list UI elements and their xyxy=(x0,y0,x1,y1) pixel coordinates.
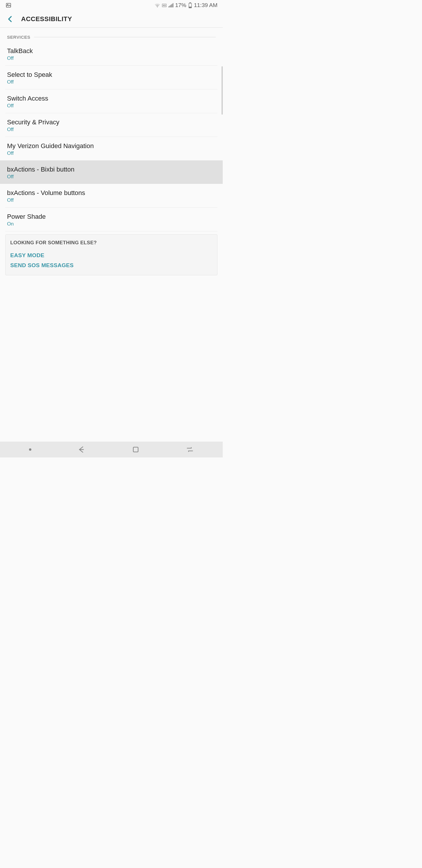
content-area: SERVICES TalkBackOffSelect to SpeakOffSw… xyxy=(0,28,223,275)
item-title: Security & Privacy xyxy=(7,119,216,126)
app-bar: ACCESSIBILITY xyxy=(0,10,223,28)
list-item[interactable]: Security & PrivacyOff xyxy=(0,113,223,137)
item-status: Off xyxy=(7,174,216,180)
svg-rect-10 xyxy=(133,447,138,452)
list-item[interactable]: bxActions - Volume buttonsOff xyxy=(0,184,223,207)
item-title: Power Shade xyxy=(7,213,216,220)
svg-rect-5 xyxy=(171,4,172,8)
battery-icon xyxy=(188,2,192,8)
item-title: Switch Access xyxy=(7,95,216,102)
item-title: TalkBack xyxy=(7,47,216,55)
list-item[interactable]: Power ShadeOn xyxy=(0,208,223,231)
clock: 11:39 AM xyxy=(194,2,218,8)
svg-rect-9 xyxy=(189,7,191,8)
back-button[interactable] xyxy=(6,15,14,23)
page-title: ACCESSIBILITY xyxy=(21,15,72,23)
item-title: My Verizon Guided Navigation xyxy=(7,142,216,150)
lte-indicator: 4G xyxy=(162,4,166,7)
list-item[interactable]: Switch AccessOff xyxy=(0,89,223,113)
item-status: Off xyxy=(7,150,216,156)
nav-indicator-dot xyxy=(29,448,31,451)
svg-rect-4 xyxy=(170,5,171,7)
battery-percent: 17% xyxy=(175,2,186,8)
list-item[interactable]: bxActions - Bixbi buttonOff xyxy=(0,160,223,184)
related-settings-box: LOOKING FOR SOMETHING ELSE? EASY MODESEN… xyxy=(5,234,218,275)
item-title: bxActions - Volume buttons xyxy=(7,189,216,197)
list-item[interactable]: Select to SpeakOff xyxy=(0,66,223,89)
related-title: LOOKING FOR SOMETHING ELSE? xyxy=(10,240,213,246)
svg-rect-2 xyxy=(168,6,169,8)
status-bar: 4G 17% 11:39 AM xyxy=(0,0,223,10)
scrollbar-thumb[interactable] xyxy=(222,66,223,115)
item-status: On xyxy=(7,221,216,227)
nav-back-icon[interactable] xyxy=(77,445,86,454)
scrollbar[interactable] xyxy=(222,66,223,115)
section-label: SERVICES xyxy=(7,35,30,39)
gallery-icon xyxy=(5,2,12,8)
svg-point-1 xyxy=(7,4,8,5)
svg-rect-8 xyxy=(190,3,191,3)
item-divider xyxy=(5,231,218,231)
list-item[interactable]: TalkBackOff xyxy=(0,42,223,65)
nav-home-icon[interactable] xyxy=(132,445,140,454)
section-divider-line xyxy=(34,37,216,37)
item-status: Off xyxy=(7,103,216,109)
svg-rect-3 xyxy=(169,6,170,7)
nav-recents-icon[interactable] xyxy=(186,445,194,454)
list-item[interactable]: My Verizon Guided NavigationOff xyxy=(0,137,223,160)
status-left xyxy=(5,2,12,8)
item-status: Off xyxy=(7,55,216,61)
item-title: bxActions - Bixbi button xyxy=(7,166,216,173)
item-status: Off xyxy=(7,127,216,132)
wifi-icon xyxy=(155,3,160,8)
related-link[interactable]: EASY MODE xyxy=(10,250,213,260)
svg-rect-6 xyxy=(173,3,173,7)
signal-icon xyxy=(168,3,173,8)
navigation-bar xyxy=(0,442,223,458)
item-status: Off xyxy=(7,197,216,203)
related-link[interactable]: SEND SOS MESSAGES xyxy=(10,260,213,270)
section-header: SERVICES xyxy=(0,31,223,42)
item-status: Off xyxy=(7,79,216,85)
status-right: 4G 17% 11:39 AM xyxy=(155,2,218,8)
item-title: Select to Speak xyxy=(7,71,216,79)
